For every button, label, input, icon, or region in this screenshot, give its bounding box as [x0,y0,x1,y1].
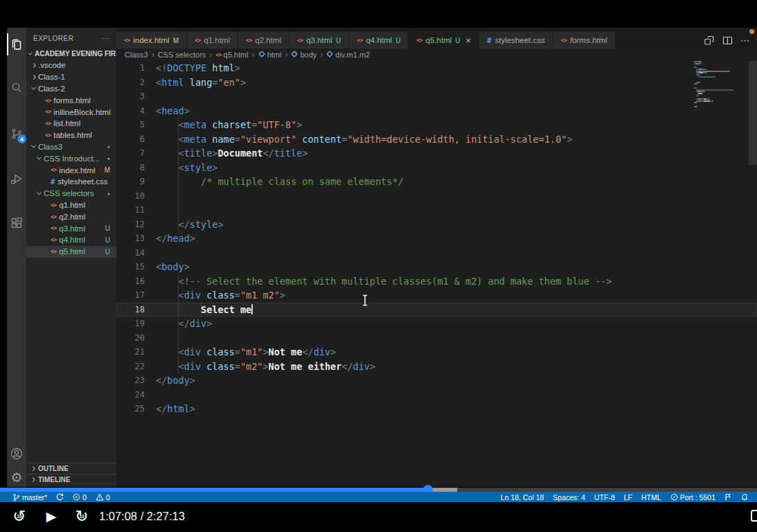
split-editor-icon[interactable] [722,35,733,46]
tab-forms.html[interactable]: <>forms.html [553,32,615,48]
tree-item-tables.html[interactable]: <>tables.html [26,130,116,141]
live-server-port[interactable]: Port : 5501 [670,493,715,502]
forward-10-button[interactable]: ↻10 [71,504,92,529]
tree-item-label: list.html [53,119,80,127]
code-line[interactable]: 21 <div class="m1">Not me</div> [116,345,757,360]
explorer-more-actions-icon[interactable]: ··· [101,34,111,42]
breadcrumb-label: Class3 [125,51,148,59]
code-line[interactable]: 12 </style> [116,218,757,232]
tab-index.html[interactable]: <>index.htmlM [116,32,186,48]
tree-item-.vscode[interactable]: .vscode [26,60,116,71]
tree-item-q3.html[interactable]: <>q3.htmlU [26,222,116,234]
line-number: 23 [116,373,145,388]
tree-item-q1.html[interactable]: <>q1.html [26,200,116,211]
tree-item-label: Class-2 [38,85,65,93]
encoding-status[interactable]: UTF-8 [594,493,615,502]
search-icon[interactable] [7,78,26,98]
warning-count[interactable]: 0 [96,493,110,502]
tree-item-Class3[interactable]: Class3● [26,141,116,153]
code-line[interactable]: 25</html> [116,402,757,416]
html-file-icon: <> [561,37,567,44]
code-line[interactable]: 22 <div class="m2">Not me either</div> [116,360,757,374]
code-line[interactable]: 5 <meta charset="UTF-8"> [116,118,757,132]
tree-item-q5.html[interactable]: <>q5.htmlU [26,246,116,258]
code-line[interactable]: 2<html lang="en"> [116,76,757,90]
code-line[interactable]: 6 <meta name="viewport" content="width=d… [116,132,757,147]
indentation-status[interactable]: Spaces: 4 [553,493,585,502]
tab-q5.html[interactable]: <>q5.htmlU× [409,32,479,48]
tree-item-q4.html[interactable]: <>q4.htmlU [26,234,116,246]
notifications[interactable] [740,493,749,502]
tree-item-list.html[interactable]: <>list.html [26,118,116,130]
code-line[interactable]: 20 [116,331,757,346]
breadcrumb-item-CSS selectors[interactable]: CSS selectors [158,51,206,59]
tab-q2.html[interactable]: <>q2.html [238,32,289,48]
code-line[interactable]: 4<head> [116,104,757,118]
tab-q3.html[interactable]: <>q3.htmlU [290,32,348,48]
settings-gear-icon[interactable]: ⚙ [7,467,26,488]
code-line[interactable]: 11 [116,203,757,218]
warning-count-label: 0 [106,493,110,502]
code-line[interactable]: 23</body> [116,373,757,388]
sync-status[interactable] [56,493,64,501]
tree-item-Class-2[interactable]: Class-2 [26,83,116,95]
code-line[interactable]: 10 [116,189,757,204]
error-count[interactable]: 0 [73,493,87,502]
tree-item-q2.html[interactable]: <>q2.html [26,211,116,222]
git-branch-status[interactable]: master* [12,493,47,502]
tree-item-CSS selectors[interactable]: CSS selectors● [26,188,116,200]
code-line[interactable]: 17 <div class="m1 m2"> [116,288,757,303]
code-line[interactable]: 15<body> [116,260,757,274]
picture-in-picture-icon[interactable] [751,509,757,526]
minimap[interactable] [694,61,748,113]
play-button[interactable]: ▶ [41,504,62,529]
breadcrumb-item-html[interactable]: html [258,51,282,59]
code-line[interactable]: 8 <style> [116,161,757,175]
more-actions-icon[interactable]: ⋯ [740,35,750,46]
code-editor[interactable]: 1<!DOCTYPE html>2<html lang="en">34<head… [116,61,757,487]
tree-item-index.html[interactable]: <>index.htmlM [26,164,116,176]
code-line[interactable]: 14 [116,246,757,260]
code-line[interactable]: 7 <title>Document</title> [116,146,757,161]
timeline-section[interactable]: TIMELINE [26,474,116,485]
html-file-icon: <> [51,249,56,255]
feedback[interactable] [724,493,731,501]
breadcrumb-item-Class3[interactable]: Class3 [125,51,148,59]
code-line[interactable]: 1<!DOCTYPE html> [116,61,757,76]
rewind-10-button[interactable]: ↺10 [9,504,30,529]
outline-section[interactable]: OUTLINE [26,463,116,474]
timeline-label: TIMELINE [38,476,71,484]
code-line[interactable]: 24 [116,388,757,402]
code-line[interactable]: 18 Select me [116,303,757,317]
tree-item-stylesheet.css[interactable]: #stylesheet.css [26,176,116,188]
tree-item-forms.html[interactable]: <>forms.html [26,94,116,106]
explorer-icon[interactable] [7,35,26,55]
tree-item-CSS Introduct...[interactable]: CSS Introduct...● [26,152,116,164]
code-line[interactable]: 16 <!-- Select the element with multiple… [116,274,757,289]
project-root-header[interactable]: ACADEMY EVENING FIRS... [28,48,116,59]
tab-stylesheet.css[interactable]: #stylesheet.css [479,32,553,48]
extensions-icon[interactable] [7,213,26,233]
tree-item-Class-1[interactable]: Class-1 [26,71,116,83]
close-icon[interactable]: × [466,36,472,45]
eol-status[interactable]: LF [624,493,632,502]
cursor-position[interactable]: Ln 18, Col 18 [501,493,544,502]
breadcrumb-item-div.m1.m2[interactable]: div.m1.m2 [326,51,370,59]
code-line[interactable]: 13</head> [116,231,757,246]
breadcrumb-item-q5.html[interactable]: <>q5.html [215,51,248,59]
language-mode[interactable]: HTML [641,493,661,502]
html-file-icon: <> [45,121,51,127]
tree-item-label: forms.html [53,96,91,105]
code-line[interactable]: 3 [116,89,757,104]
code-line[interactable]: 9 /* multiple class on same elements*/ [116,175,757,189]
source-control-icon[interactable]: 4 [7,123,26,144]
account-icon[interactable] [7,443,26,464]
editor-scrollbar[interactable] [749,61,757,165]
open-changes-icon[interactable] [704,35,715,46]
tab-q1.html[interactable]: <>q1.html [187,32,238,48]
run-debug-icon[interactable] [7,168,26,189]
tab-q4.html[interactable]: <>q4.htmlU [349,32,408,48]
breadcrumb-item-body[interactable]: body [291,51,317,59]
code-line[interactable]: 19 </div> [116,317,757,331]
tree-item-inllineBlock.html[interactable]: <>inllineBlock.html [26,106,116,118]
